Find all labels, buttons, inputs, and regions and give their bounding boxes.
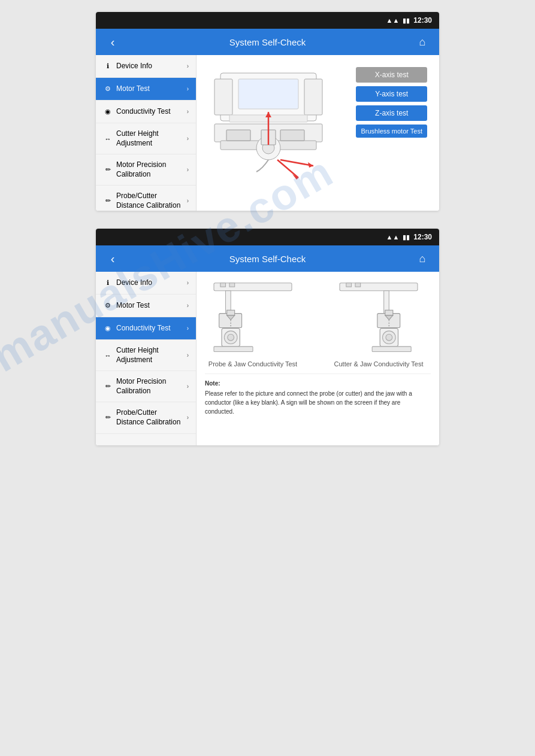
svg-rect-26 bbox=[227, 310, 235, 315]
probe-jaw-label: Probe & Jaw Conductivity Test bbox=[205, 360, 301, 368]
svg-point-25 bbox=[228, 334, 234, 341]
arrow-icon-1: › bbox=[187, 63, 189, 69]
sidebar-item-conductivity-2[interactable]: ◉ Conductivity Test › bbox=[96, 317, 196, 340]
page-wrapper: ▲▲ ▮▮ 12:30 ‹ System Self-Check ⌂ ℹ Devi… bbox=[0, 0, 535, 457]
arrow-icon-mp-2: › bbox=[187, 383, 189, 390]
sidebar-item-device-info-1[interactable]: ℹ Device Info › bbox=[96, 55, 196, 78]
status-icons-2: ▲▲ ▮▮ 12:30 bbox=[386, 233, 432, 241]
svg-rect-31 bbox=[346, 283, 352, 287]
svg-rect-28 bbox=[214, 347, 253, 352]
probe-jaw-diagram: Probe & Jaw Conductivity Test bbox=[205, 278, 301, 368]
status-bar-1: ▲▲ ▮▮ 12:30 bbox=[96, 12, 439, 29]
arrow-icon-probe-1: › bbox=[187, 198, 189, 204]
svg-rect-6 bbox=[226, 130, 250, 141]
sidebar-item-device-info-2[interactable]: ℹ Device Info › bbox=[96, 272, 196, 294]
wifi-icon: ▲▲ bbox=[386, 17, 400, 24]
arrow-icon-cutter-1: › bbox=[187, 135, 189, 142]
sidebar-label-probe-2: Probe/Cutter Distance Calibration bbox=[116, 408, 187, 427]
battery-icon: ▮▮ bbox=[403, 17, 410, 25]
motor-diagram: X-axis test Y-axis test Z-axis test Brus… bbox=[202, 61, 433, 205]
conductivity-content-area: Probe & Jaw Conductivity Test bbox=[197, 272, 439, 445]
conductivity-icon-2: ◉ bbox=[103, 324, 113, 333]
svg-rect-3 bbox=[238, 79, 298, 109]
sidebar-item-probe-distance-2[interactable]: ✏ Probe/Cutter Distance Calibration › bbox=[96, 402, 196, 433]
sidebar-item-motor-precision-2[interactable]: ✏ Motor Precision Calibration › bbox=[96, 371, 196, 402]
sidebar-label-motor-test-2: Motor Test bbox=[116, 301, 187, 311]
sidebar-label-probe-1: Probe/Cutter Distance Calibration bbox=[116, 192, 187, 210]
home-button-1[interactable]: ⌂ bbox=[413, 32, 432, 51]
arrow-icon-ch-2: › bbox=[187, 352, 189, 359]
arrow-icon-motor-1: › bbox=[187, 86, 189, 92]
precision-icon-2: ✏ bbox=[103, 382, 113, 391]
note-text: Please refer to the picture and connect … bbox=[205, 389, 431, 416]
motor-test-content: X-axis test Y-axis test Z-axis test Brus… bbox=[197, 55, 439, 211]
page-title-2: System Self-Check bbox=[122, 254, 413, 264]
motor-icon-2: ⚙ bbox=[103, 301, 113, 311]
page-title-1: System Self-Check bbox=[122, 37, 413, 47]
wifi-icon-2: ▲▲ bbox=[386, 233, 400, 241]
brushless-motor-test-button[interactable]: Brushless motor Test bbox=[356, 125, 427, 138]
svg-point-37 bbox=[386, 334, 392, 341]
panel1-content: ℹ Device Info › ⚙ Motor Test › ◉ Conduct… bbox=[96, 55, 439, 211]
battery-icon-2: ▮▮ bbox=[403, 233, 410, 241]
title-bar-2: ‹ System Self-Check ⌂ bbox=[96, 245, 439, 272]
sidebar-label-precision-2: Motor Precision Calibration bbox=[116, 377, 187, 396]
cutter-icon-1: ↔ bbox=[103, 134, 113, 144]
status-icons-1: ▲▲ ▮▮ 12:30 bbox=[386, 16, 432, 25]
sidebar-item-motor-test-2[interactable]: ⚙ Motor Test › bbox=[96, 294, 196, 317]
arrow-icon-pd-2: › bbox=[187, 414, 189, 421]
sidebar-2: ℹ Device Info › ⚙ Motor Test › ◉ Conduct… bbox=[96, 272, 197, 445]
svg-rect-38 bbox=[385, 310, 393, 315]
motor-icon-1: ⚙ bbox=[103, 84, 113, 94]
probe-icon-2: ✏ bbox=[103, 413, 113, 423]
sidebar-item-cutter-height-2[interactable]: ↔ Cutter Height Adjustment › bbox=[96, 340, 196, 371]
precision-icon-1: ✏ bbox=[103, 165, 113, 175]
cutter-illustration bbox=[331, 278, 427, 358]
sidebar-item-cutter-height-1[interactable]: ↔ Cutter Height Adjustment › bbox=[96, 123, 196, 154]
conductivity-icon-1: ◉ bbox=[103, 107, 113, 117]
title-bar-1: ‹ System Self-Check ⌂ bbox=[96, 29, 439, 55]
sidebar-item-probe-distance-1[interactable]: ✏ Probe/Cutter Distance Calibration › bbox=[96, 186, 196, 211]
sidebar-1: ℹ Device Info › ⚙ Motor Test › ◉ Conduct… bbox=[96, 55, 197, 211]
svg-rect-20 bbox=[229, 283, 235, 287]
arrow-icon-mt-2: › bbox=[187, 302, 189, 309]
sidebar-label-cutter-1: Cutter Height Adjustment bbox=[116, 129, 187, 148]
sidebar-label-cutter-2: Cutter Height Adjustment bbox=[116, 346, 187, 365]
note-section: Note: Please refer to the picture and co… bbox=[205, 374, 431, 416]
conductivity-main: Probe & Jaw Conductivity Test bbox=[197, 272, 439, 445]
note-title: Note: bbox=[205, 379, 431, 388]
sidebar-label-precision-1: Motor Precision Calibration bbox=[116, 160, 187, 179]
arrow-icon-cond-2: › bbox=[187, 325, 189, 332]
panel-motor-test: ▲▲ ▮▮ 12:30 ‹ System Self-Check ⌂ ℹ Devi… bbox=[96, 12, 439, 211]
sidebar-label-device-info-2: Device Info bbox=[116, 278, 187, 288]
info-icon-2: ℹ bbox=[103, 278, 113, 288]
arrow-icon-di-2: › bbox=[187, 280, 189, 286]
svg-rect-1 bbox=[214, 79, 232, 115]
info-icon-1: ℹ bbox=[103, 62, 113, 71]
panel-conductivity-test: ▲▲ ▮▮ 12:30 ‹ System Self-Check ⌂ ℹ Devi… bbox=[96, 229, 439, 445]
probe-icon-1: ✏ bbox=[103, 196, 113, 206]
sidebar-label-motor-test-1: Motor Test bbox=[116, 84, 187, 94]
back-button-2[interactable]: ‹ bbox=[103, 249, 122, 268]
sidebar-item-motor-precision-1[interactable]: ✏ Motor Precision Calibration › bbox=[96, 154, 196, 186]
home-button-2[interactable]: ⌂ bbox=[413, 249, 432, 268]
test-buttons-container: X-axis test Y-axis test Z-axis test Brus… bbox=[356, 67, 427, 138]
sidebar-label-device-info-1: Device Info bbox=[116, 62, 187, 71]
x-axis-test-button[interactable]: X-axis test bbox=[356, 67, 427, 83]
cutter-jaw-label: Cutter & Jaw Conductivity Test bbox=[331, 360, 427, 368]
sidebar-item-motor-test-1[interactable]: ⚙ Motor Test › bbox=[96, 78, 196, 101]
cutter-icon-2: ↔ bbox=[103, 351, 113, 360]
sidebar-item-conductivity-1[interactable]: ◉ Conductivity Test › bbox=[96, 101, 196, 123]
svg-rect-7 bbox=[280, 130, 304, 141]
time-display-1: 12:30 bbox=[413, 16, 432, 25]
svg-rect-40 bbox=[372, 347, 411, 352]
back-button-1[interactable]: ‹ bbox=[103, 32, 122, 51]
arrow-icon-precision-1: › bbox=[187, 166, 189, 173]
status-bar-2: ▲▲ ▮▮ 12:30 bbox=[96, 229, 439, 245]
conductivity-diagrams: Probe & Jaw Conductivity Test bbox=[205, 278, 431, 368]
z-axis-test-button[interactable]: Z-axis test bbox=[356, 105, 427, 121]
y-axis-test-button[interactable]: Y-axis test bbox=[356, 86, 427, 102]
svg-rect-19 bbox=[220, 283, 226, 287]
sidebar-label-conductivity-1: Conductivity Test bbox=[116, 107, 187, 117]
time-display-2: 12:30 bbox=[413, 233, 432, 241]
